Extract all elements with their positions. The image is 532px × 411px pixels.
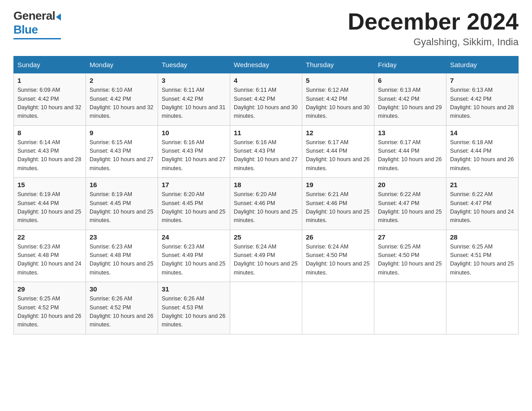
day-info: Sunrise: 6:21 AM Sunset: 4:46 PM Dayligh…: [306, 190, 370, 225]
sunset-label: Sunset: 4:50 PM: [378, 252, 419, 258]
sunset-label: Sunset: 4:52 PM: [90, 304, 131, 311]
day-info: Sunrise: 6:16 AM Sunset: 4:43 PM Dayligh…: [234, 138, 298, 173]
daylight-label: Daylight: 10 hours and 25 minutes.: [162, 209, 225, 223]
day-number: 19: [306, 181, 370, 188]
sunset-label: Sunset: 4:43 PM: [17, 148, 59, 154]
sunrise-label: Sunrise: 6:13 AM: [378, 87, 420, 93]
daylight-label: Daylight: 10 hours and 29 minutes.: [378, 104, 442, 119]
daylight-label: Daylight: 10 hours and 24 minutes.: [450, 209, 514, 223]
day-info: Sunrise: 6:11 AM Sunset: 4:42 PM Dayligh…: [162, 86, 226, 121]
day-number: 28: [450, 233, 515, 241]
day-info: Sunrise: 6:22 AM Sunset: 4:47 PM Dayligh…: [378, 190, 442, 225]
day-number: 29: [17, 285, 82, 293]
sunset-label: Sunset: 4:51 PM: [450, 252, 491, 258]
sunset-label: Sunset: 4:44 PM: [450, 148, 491, 154]
sunset-label: Sunset: 4:49 PM: [234, 252, 275, 258]
day-number: 30: [90, 285, 154, 293]
calendar-cell: 18 Sunrise: 6:20 AM Sunset: 4:46 PM Dayl…: [230, 178, 302, 230]
day-info: Sunrise: 6:13 AM Sunset: 4:42 PM Dayligh…: [378, 86, 442, 121]
daylight-label: Daylight: 10 hours and 24 minutes.: [17, 261, 81, 275]
calendar-cell: 9 Sunrise: 6:15 AM Sunset: 4:43 PM Dayli…: [86, 125, 158, 178]
sunset-label: Sunset: 4:42 PM: [450, 96, 491, 102]
daylight-label: Daylight: 10 hours and 26 minutes.: [378, 156, 442, 171]
logo-general: General: [13, 9, 55, 22]
sunrise-label: Sunrise: 6:11 AM: [234, 87, 276, 93]
logo-blue: Blue: [13, 23, 38, 36]
sunset-label: Sunset: 4:52 PM: [17, 304, 59, 311]
sunrise-label: Sunrise: 6:22 AM: [450, 191, 493, 197]
calendar-cell: 23 Sunrise: 6:23 AM Sunset: 4:48 PM Dayl…: [86, 230, 158, 282]
day-number: 18: [234, 181, 298, 188]
day-info: Sunrise: 6:13 AM Sunset: 4:42 PM Dayligh…: [450, 86, 515, 121]
daylight-label: Daylight: 10 hours and 26 minutes.: [306, 156, 369, 171]
header-thursday: Thursday: [302, 56, 374, 73]
calendar-week-2: 8 Sunrise: 6:14 AM Sunset: 4:43 PM Dayli…: [14, 125, 519, 178]
sunrise-label: Sunrise: 6:26 AM: [90, 295, 132, 302]
day-info: Sunrise: 6:10 AM Sunset: 4:42 PM Dayligh…: [90, 86, 154, 121]
calendar-cell: 13 Sunrise: 6:17 AM Sunset: 4:44 PM Dayl…: [374, 125, 446, 178]
calendar-cell: [302, 282, 374, 334]
day-info: Sunrise: 6:15 AM Sunset: 4:43 PM Dayligh…: [90, 138, 154, 173]
sunset-label: Sunset: 4:42 PM: [17, 96, 59, 102]
daylight-label: Daylight: 10 hours and 25 minutes.: [234, 209, 297, 223]
sunset-label: Sunset: 4:43 PM: [162, 148, 203, 154]
logo-blue-row: Blue: [13, 23, 38, 37]
daylight-label: Daylight: 10 hours and 25 minutes.: [234, 261, 297, 275]
day-info: Sunrise: 6:23 AM Sunset: 4:48 PM Dayligh…: [17, 243, 82, 278]
calendar-cell: 2 Sunrise: 6:10 AM Sunset: 4:42 PM Dayli…: [86, 73, 158, 126]
logo-combined: General: [13, 9, 61, 23]
day-number: 6: [378, 77, 442, 84]
calendar-cell: 1 Sunrise: 6:09 AM Sunset: 4:42 PM Dayli…: [14, 73, 86, 126]
calendar-cell: 11 Sunrise: 6:16 AM Sunset: 4:43 PM Dayl…: [230, 125, 302, 178]
calendar-cell: 5 Sunrise: 6:12 AM Sunset: 4:42 PM Dayli…: [302, 73, 374, 126]
sunrise-label: Sunrise: 6:19 AM: [17, 191, 60, 197]
daylight-label: Daylight: 10 hours and 26 minutes.: [90, 313, 153, 328]
daylight-label: Daylight: 10 hours and 25 minutes.: [162, 261, 225, 275]
sunrise-label: Sunrise: 6:23 AM: [17, 244, 60, 250]
day-info: Sunrise: 6:25 AM Sunset: 4:51 PM Dayligh…: [450, 243, 515, 278]
day-number: 13: [378, 129, 442, 137]
daylight-label: Daylight: 10 hours and 27 minutes.: [162, 156, 225, 171]
header-row: Sunday Monday Tuesday Wednesday Thursday…: [14, 56, 519, 73]
daylight-label: Daylight: 10 hours and 28 minutes.: [17, 156, 81, 171]
sunset-label: Sunset: 4:42 PM: [378, 96, 419, 102]
day-number: 3: [162, 77, 226, 84]
daylight-label: Daylight: 10 hours and 26 minutes.: [162, 313, 225, 328]
calendar-cell: 3 Sunrise: 6:11 AM Sunset: 4:42 PM Dayli…: [158, 73, 230, 126]
daylight-label: Daylight: 10 hours and 25 minutes.: [90, 209, 153, 223]
sunset-label: Sunset: 4:44 PM: [17, 200, 59, 206]
sunset-label: Sunset: 4:46 PM: [234, 200, 275, 206]
location-title: Gyalshing, Sikkim, India: [348, 36, 519, 48]
sunset-label: Sunset: 4:45 PM: [162, 200, 203, 206]
calendar-table: Sunday Monday Tuesday Wednesday Thursday…: [13, 56, 519, 334]
sunrise-label: Sunrise: 6:20 AM: [162, 191, 204, 197]
calendar-cell: 20 Sunrise: 6:22 AM Sunset: 4:47 PM Dayl…: [374, 178, 446, 230]
calendar-cell: 6 Sunrise: 6:13 AM Sunset: 4:42 PM Dayli…: [374, 73, 446, 126]
daylight-label: Daylight: 10 hours and 25 minutes.: [90, 261, 153, 275]
calendar-cell: 27 Sunrise: 6:25 AM Sunset: 4:50 PM Dayl…: [374, 230, 446, 282]
calendar-cell: [446, 282, 519, 334]
daylight-label: Daylight: 10 hours and 32 minutes.: [17, 104, 81, 119]
daylight-label: Daylight: 10 hours and 25 minutes.: [306, 261, 369, 275]
day-info: Sunrise: 6:17 AM Sunset: 4:44 PM Dayligh…: [378, 138, 442, 173]
sunrise-label: Sunrise: 6:25 AM: [450, 244, 493, 250]
header-saturday: Saturday: [446, 56, 519, 73]
sunset-label: Sunset: 4:42 PM: [90, 96, 131, 102]
sunrise-label: Sunrise: 6:24 AM: [234, 244, 276, 250]
day-number: 12: [306, 129, 370, 137]
day-number: 11: [234, 129, 298, 137]
daylight-label: Daylight: 10 hours and 26 minutes.: [450, 156, 514, 171]
header-tuesday: Tuesday: [158, 56, 230, 73]
sunrise-label: Sunrise: 6:24 AM: [306, 244, 348, 250]
day-number: 15: [17, 181, 82, 188]
calendar-cell: 24 Sunrise: 6:23 AM Sunset: 4:49 PM Dayl…: [158, 230, 230, 282]
day-number: 9: [90, 129, 154, 137]
calendar-cell: 16 Sunrise: 6:19 AM Sunset: 4:45 PM Dayl…: [86, 178, 158, 230]
logo-arrow-icon: [56, 13, 61, 21]
calendar-cell: 30 Sunrise: 6:26 AM Sunset: 4:52 PM Dayl…: [86, 282, 158, 334]
day-info: Sunrise: 6:17 AM Sunset: 4:44 PM Dayligh…: [306, 138, 370, 173]
day-number: 21: [450, 181, 515, 188]
sunset-label: Sunset: 4:42 PM: [234, 96, 275, 102]
day-info: Sunrise: 6:19 AM Sunset: 4:45 PM Dayligh…: [90, 190, 154, 225]
day-number: 5: [306, 77, 370, 84]
